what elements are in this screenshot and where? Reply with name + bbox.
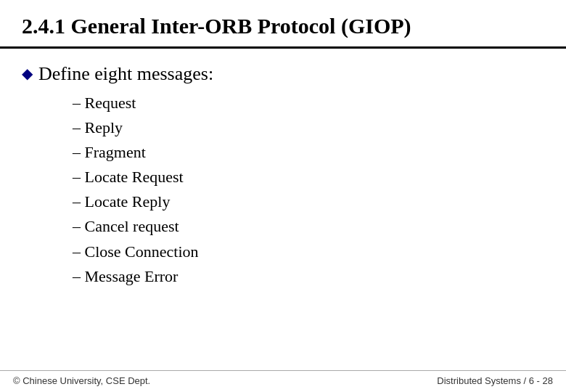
content-area: ◆ Define eight messages: – Request– Repl…: [0, 49, 566, 370]
slide-title: 2.4.1 General Inter-ORB Protocol (GIOP): [22, 13, 544, 39]
footer: © Chinese University, CSE Dept. Distribu…: [0, 370, 566, 392]
main-bullet-row: ◆ Define eight messages:: [22, 63, 544, 85]
sub-item: – Locate Request: [73, 165, 544, 189]
main-bullet-label: Define eight messages:: [38, 63, 213, 85]
sub-item: – Close Connection: [73, 240, 544, 264]
title-area: 2.4.1 General Inter-ORB Protocol (GIOP): [0, 0, 566, 46]
sub-item: – Fragment: [73, 140, 544, 165]
sub-item: – Locate Reply: [73, 189, 544, 214]
sub-item: – Reply: [73, 115, 544, 140]
diamond-icon: ◆: [22, 65, 33, 82]
sub-item: – Message Error: [73, 264, 544, 289]
slide: 2.4.1 General Inter-ORB Protocol (GIOP) …: [0, 0, 566, 392]
sub-item: – Request: [73, 91, 544, 115]
sub-items-list: – Request– Reply– Fragment– Locate Reque…: [22, 91, 544, 289]
footer-left: © Chinese University, CSE Dept.: [13, 375, 150, 386]
footer-right: Distributed Systems / 6 - 28: [437, 375, 553, 386]
sub-item: – Cancel request: [73, 214, 544, 239]
